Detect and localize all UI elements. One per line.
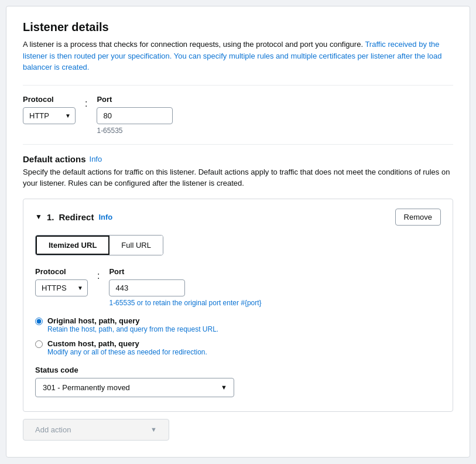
host-path-query-radio-group: Original host, path, query Retain the ho…: [35, 316, 441, 356]
radio-original[interactable]: Original host, path, query Retain the ho…: [35, 316, 441, 333]
collapse-icon[interactable]: ▼: [35, 213, 42, 221]
protocol-select-wrapper: HTTP HTTPS ▼: [23, 107, 76, 124]
radio-original-input[interactable]: [35, 318, 43, 325]
radio-custom[interactable]: Custom host, path, query Modify any or a…: [35, 339, 441, 356]
default-actions-desc: Specify the default actions for traffic …: [23, 166, 453, 189]
inner-protocol-select-wrapper: HTTP HTTPS ▼: [35, 279, 88, 296]
action-card-title: ▼ 1. Redirect Info: [35, 212, 112, 222]
add-action-button[interactable]: Add action ▼: [23, 419, 169, 441]
add-action-label: Add action: [35, 425, 71, 434]
status-code-section: Status code 301 - Permanently moved 302 …: [35, 366, 441, 397]
default-actions-header: Default actions Info: [23, 154, 453, 164]
inner-protocol-label: Protocol: [35, 267, 88, 276]
action-number: 1.: [47, 212, 54, 222]
port-label: Port: [97, 95, 173, 104]
default-actions-info-link[interactable]: Info: [90, 155, 102, 163]
port-input[interactable]: [97, 107, 173, 124]
divider-2: [23, 144, 453, 145]
tab-full-url[interactable]: Full URL: [109, 236, 163, 255]
protocol-select[interactable]: HTTP HTTPS: [23, 107, 76, 124]
radio-original-label[interactable]: Original host, path, query: [47, 316, 218, 325]
radio-custom-text: Custom host, path, query Modify any or a…: [47, 339, 207, 356]
protocol-field: Protocol HTTP HTTPS ▼: [23, 95, 76, 124]
protocol-port-group: Protocol HTTP HTTPS ▼ : Port 1-65535: [23, 95, 453, 135]
port-input-wrapper: [97, 107, 173, 124]
tab-itemized-url[interactable]: Itemized URL: [36, 236, 109, 255]
desc-part1: A listener is a process that checks for …: [23, 40, 363, 49]
inner-protocol-select[interactable]: HTTP HTTPS: [35, 279, 88, 296]
inner-port-input[interactable]: [109, 279, 185, 296]
action-card: ▼ 1. Redirect Info Remove Itemized URL F…: [23, 199, 453, 412]
inner-port-hint: 1-65535 or to retain the original port e…: [109, 299, 261, 307]
inner-protocol-field: Protocol HTTP HTTPS ▼: [35, 267, 88, 296]
radio-custom-label[interactable]: Custom host, path, query: [47, 339, 207, 348]
action-card-header: ▼ 1. Redirect Info Remove: [35, 209, 441, 226]
colon-separator: :: [83, 98, 90, 109]
radio-custom-input[interactable]: [35, 340, 43, 348]
add-action-arrow-icon: ▼: [150, 426, 157, 433]
inner-colon-separator: :: [95, 271, 102, 281]
divider-1: [23, 85, 453, 86]
action-type: Redirect: [59, 212, 94, 222]
port-field: Port 1-65535: [97, 95, 173, 135]
default-actions-title: Default actions: [23, 154, 86, 164]
description: A listener is a process that checks for …: [23, 39, 453, 73]
page-container: Listener details A listener is a process…: [6, 6, 470, 458]
radio-original-text: Original host, path, query Retain the ho…: [47, 316, 218, 333]
action-info-link[interactable]: Info: [98, 213, 112, 221]
status-code-select[interactable]: 301 - Permanently moved 302 - Found: [35, 378, 234, 397]
status-code-label: Status code: [35, 366, 441, 374]
port-hint: 1-65535: [97, 127, 173, 135]
inner-protocol-port-group: Protocol HTTP HTTPS ▼ : Port 1-65535 or …: [35, 267, 441, 307]
remove-button[interactable]: Remove: [395, 209, 441, 226]
radio-custom-desc: Modify any or all of these as needed for…: [47, 348, 207, 356]
page-title: Listener details: [23, 21, 453, 34]
status-select-wrapper: 301 - Permanently moved 302 - Found ▼: [35, 378, 234, 397]
protocol-label: Protocol: [23, 95, 76, 104]
inner-port-label: Port: [109, 267, 261, 276]
inner-port-field: Port 1-65535 or to retain the original p…: [109, 267, 261, 307]
url-type-tabs: Itemized URL Full URL: [35, 235, 163, 255]
radio-original-desc: Retain the host, path, and query from th…: [47, 325, 218, 333]
